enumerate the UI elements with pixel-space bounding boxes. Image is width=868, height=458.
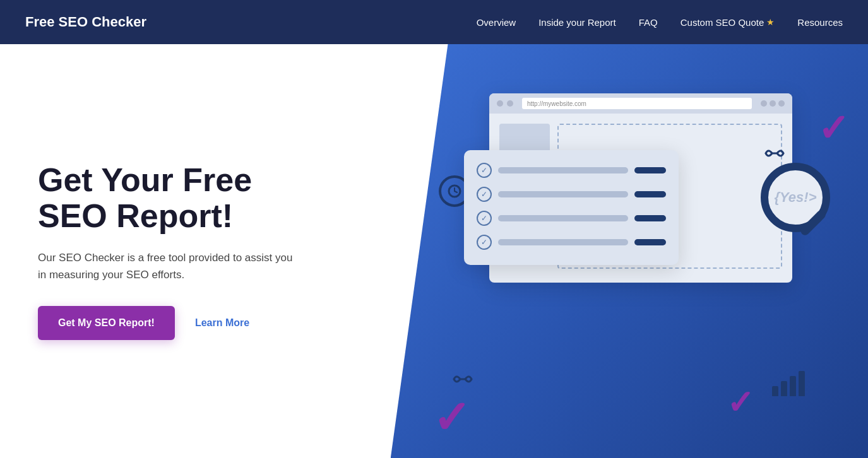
bar-long-1 [498, 167, 628, 173]
checklist-row-2: ✓ [477, 187, 666, 202]
magnifier-text: {Yes!> [774, 189, 816, 206]
hero-illustration: http://mywebsite.com [439, 74, 868, 428]
star-icon: ★ [766, 17, 775, 27]
browser-url-bar: http://mywebsite.com [522, 98, 752, 109]
magnifier: {Yes!> [761, 163, 855, 257]
bar-short-3 [634, 215, 666, 221]
site-logo: Free SEO Checker [25, 14, 146, 30]
bar-chart [772, 371, 805, 396]
browser-dot-2 [507, 100, 513, 107]
nav-link-faq[interactable]: FAQ [639, 17, 658, 28]
link-icon-bottom [451, 370, 474, 390]
browser-bar: http://mywebsite.com [489, 93, 792, 114]
bar-3 [790, 376, 796, 396]
browser-dots-right [761, 100, 785, 107]
bar-long-4 [498, 239, 628, 245]
bar-long-2 [498, 191, 628, 197]
check-circle-2: ✓ [477, 187, 492, 202]
nav-link-overview[interactable]: Overview [477, 17, 516, 28]
learn-more-link[interactable]: Learn More [195, 317, 249, 329]
bar-short-4 [634, 239, 666, 245]
check-circle-1: ✓ [477, 163, 492, 178]
bar-1 [772, 386, 778, 396]
check-circle-3: ✓ [477, 211, 492, 226]
hero-description: Our SEO Checker is a free tool provided … [38, 249, 303, 283]
checkmark-top-right: ✓ [817, 106, 849, 150]
hero-section: Get Your Free SEO Report! Our SEO Checke… [0, 44, 868, 458]
bar-4 [799, 371, 805, 396]
browser-dot-3 [761, 100, 767, 107]
nav-link-custom-seo-quote[interactable]: Custom SEO Quote ★ [681, 17, 775, 28]
navigation: Free SEO Checker Overview Inside your Re… [0, 0, 868, 44]
checkmark-bottom-left: ✓ [432, 395, 470, 440]
bar-2 [781, 381, 787, 396]
checklist-row-1: ✓ [477, 163, 666, 178]
bar-long-3 [498, 215, 628, 221]
checkmark-bottom: ✓ [727, 384, 754, 421]
link-icon-top [763, 144, 786, 164]
check-circle-4: ✓ [477, 235, 492, 250]
checklist-card: ✓ ✓ ✓ ✓ [464, 150, 679, 265]
get-seo-report-button[interactable]: Get My SEO Report! [38, 306, 175, 340]
bar-short-1 [634, 167, 666, 173]
nav-link-resources[interactable]: Resources [797, 17, 843, 28]
browser-dot-5 [778, 100, 785, 107]
browser-dot-4 [770, 100, 776, 107]
checklist-row-4: ✓ [477, 235, 666, 250]
bar-short-2 [634, 191, 666, 197]
hero-title: Get Your Free SEO Report! [38, 162, 303, 234]
svg-line-2 [455, 191, 457, 192]
hero-actions: Get My SEO Report! Learn More [38, 306, 303, 340]
browser-dot-1 [497, 100, 503, 107]
hero-content: Get Your Free SEO Report! Our SEO Checke… [0, 124, 328, 379]
nav-links: Overview Inside your Report FAQ Custom S… [477, 17, 843, 28]
checklist-row-3: ✓ [477, 211, 666, 226]
nav-link-inside-report[interactable]: Inside your Report [538, 17, 616, 28]
